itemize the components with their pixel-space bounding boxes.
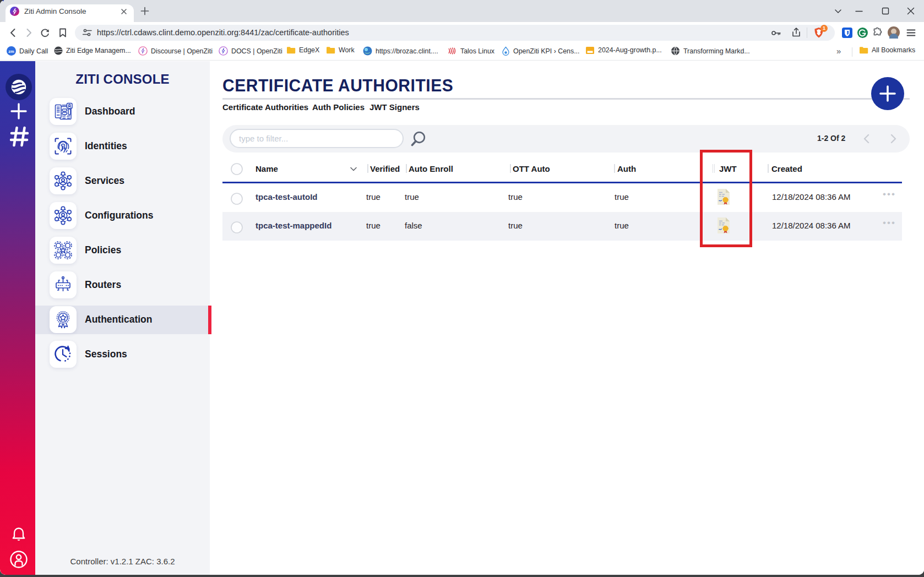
svg-text:zm: zm — [8, 49, 14, 54]
